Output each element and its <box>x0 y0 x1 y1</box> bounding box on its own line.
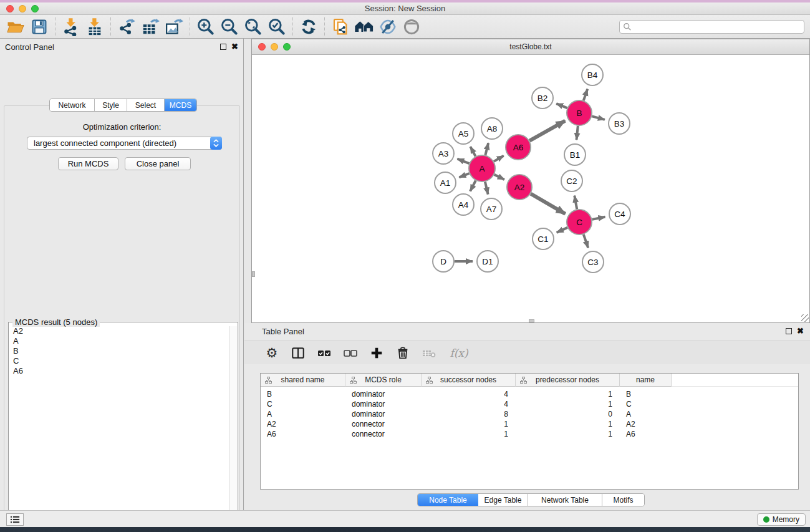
tab-select[interactable]: Select <box>127 99 165 111</box>
refresh-button[interactable] <box>297 17 321 37</box>
save-session-button[interactable] <box>27 17 51 37</box>
mcds-result-item[interactable]: A6 <box>9 366 229 376</box>
graph-node-A3[interactable]: A3 <box>433 143 454 164</box>
graph-node-A6[interactable]: A6 <box>506 135 531 160</box>
delete-table-button[interactable] <box>420 344 438 362</box>
graph-edge-A-A8[interactable] <box>485 143 488 155</box>
table-options-button[interactable]: ⚙ <box>263 344 281 362</box>
graph-node-A[interactable]: A <box>469 155 495 181</box>
search-field[interactable] <box>619 20 804 34</box>
graph-node-A5[interactable]: A5 <box>453 123 474 144</box>
mcds-result-item[interactable]: C <box>9 356 229 366</box>
table-close-panel-icon[interactable]: ✖ <box>797 328 804 334</box>
function-builder-button[interactable]: f(x) <box>446 344 471 362</box>
graph-edge-A-A3[interactable] <box>457 159 469 163</box>
zoom-in-button[interactable] <box>194 17 218 37</box>
table-row[interactable]: Adominator80A <box>261 409 798 419</box>
graph-node-B3[interactable]: B3 <box>609 113 630 134</box>
show-hide-view-button[interactable] <box>400 17 423 37</box>
table-row[interactable]: A2connector11A2 <box>261 419 798 429</box>
graph-node-C3[interactable]: C3 <box>582 251 604 273</box>
graph-edge-A-A4[interactable] <box>470 181 476 191</box>
graph-node-C2[interactable]: C2 <box>561 170 582 191</box>
mcds-result-item[interactable]: B <box>9 346 229 356</box>
graph-edge-B-B4[interactable] <box>584 89 587 100</box>
column-header-name[interactable]: name <box>620 374 672 387</box>
graph-edge-B-B3[interactable] <box>592 116 605 119</box>
float-panel-icon[interactable] <box>220 44 226 50</box>
network-overview-button[interactable] <box>352 17 376 37</box>
close-panel-icon[interactable]: ✖ <box>231 44 238 50</box>
network-window-titlebar[interactable]: testGlobe.txt <box>252 39 809 55</box>
window-resize-grip[interactable] <box>801 314 809 322</box>
column-header-successor-nodes[interactable]: successor nodes <box>422 374 516 387</box>
canvas-scroll-mark-bottom[interactable] <box>529 319 534 322</box>
delete-column-button[interactable] <box>394 344 412 362</box>
column-header-predecessor-nodes[interactable]: predecessor nodes <box>516 374 620 387</box>
graph-edge-A-A7[interactable] <box>485 181 488 194</box>
zoom-fit-button[interactable] <box>241 17 265 37</box>
tab-network-table[interactable]: Network Table <box>528 494 602 506</box>
add-column-button[interactable] <box>368 344 385 362</box>
export-image-button[interactable] <box>162 17 186 37</box>
graph-edge-A-A1[interactable] <box>459 173 469 177</box>
graph-edge-B-B2[interactable] <box>556 104 567 108</box>
graph-node-A8[interactable]: A8 <box>481 118 503 139</box>
table-row[interactable]: A6connector11A6 <box>261 429 798 439</box>
column-header-shared-name[interactable]: shared name <box>261 374 345 387</box>
graph-node-D1[interactable]: D1 <box>477 251 498 272</box>
graph-edge-A6-B[interactable] <box>529 121 565 141</box>
graph-edge-C-C4[interactable] <box>592 217 605 220</box>
graph-edge-A2-C[interactable] <box>531 194 565 214</box>
column-header-MCDS-role[interactable]: MCDS role <box>345 374 422 387</box>
export-table-button[interactable] <box>138 17 162 37</box>
zoom-selected-button[interactable] <box>265 17 289 37</box>
mcds-result-item[interactable]: A <box>9 336 229 346</box>
tab-motifs[interactable]: Motifs <box>602 494 644 506</box>
table-float-panel-icon[interactable] <box>786 328 792 334</box>
import-table-button[interactable] <box>83 17 107 37</box>
graph-node-B[interactable]: B <box>567 100 592 125</box>
mcds-result-item[interactable]: A2 <box>9 326 229 336</box>
tab-style[interactable]: Style <box>95 99 127 111</box>
graph-node-A7[interactable]: A7 <box>481 198 502 220</box>
criterion-dropdown[interactable]: largest connected component (directed) <box>27 137 222 150</box>
zoom-out-button[interactable] <box>218 17 241 37</box>
tab-edge-table[interactable]: Edge Table <box>478 494 528 506</box>
graph-node-A4[interactable]: A4 <box>453 194 474 215</box>
run-mcds-button[interactable]: Run MCDS <box>58 157 118 170</box>
tab-network[interactable]: Network <box>50 99 95 111</box>
task-history-button[interactable] <box>6 513 24 526</box>
graph-edge-B-B1[interactable] <box>576 126 577 140</box>
graph-edge-C-C1[interactable] <box>557 228 567 233</box>
tab-node-table[interactable]: Node Table <box>418 494 478 506</box>
graph-node-B2[interactable]: B2 <box>532 87 553 109</box>
graph-edge-A-A5[interactable] <box>470 147 475 156</box>
search-input[interactable] <box>632 22 804 31</box>
network-canvas[interactable]: AA2A6BCA1A3A4A5A7A8B1B2B3B4C1C2C3C4DD1 <box>252 55 809 322</box>
graph-node-A2[interactable]: A2 <box>507 175 532 200</box>
graph-edge-A-A2[interactable] <box>494 175 504 180</box>
close-panel-button[interactable]: Close panel <box>125 157 191 170</box>
column-layout-button[interactable] <box>289 344 307 362</box>
table-row[interactable]: Cdominator41C <box>261 399 798 409</box>
graph-node-C[interactable]: C <box>567 210 592 235</box>
open-file-button[interactable] <box>4 17 27 37</box>
graph-node-B4[interactable]: B4 <box>582 64 603 85</box>
graph-node-B1[interactable]: B1 <box>564 144 586 165</box>
table-row[interactable]: Bdominator41B <box>261 389 798 399</box>
graph-edge-C-C2[interactable] <box>574 196 577 210</box>
unselect-all-button[interactable] <box>342 344 359 362</box>
show-hide-style-button[interactable] <box>376 17 400 37</box>
graph-node-C4[interactable]: C4 <box>609 203 630 225</box>
graph-edge-C-C3[interactable] <box>584 235 588 248</box>
select-all-button[interactable] <box>316 344 333 362</box>
graph-edge-A-A6[interactable] <box>494 156 504 162</box>
canvas-scroll-mark-left[interactable] <box>252 271 255 277</box>
import-network-button[interactable] <box>59 17 83 37</box>
mcds-list-scrollbar[interactable] <box>229 326 237 532</box>
clone-network-button[interactable] <box>329 17 352 37</box>
graph-node-D[interactable]: D <box>433 251 454 272</box>
graph-node-A1[interactable]: A1 <box>435 172 456 193</box>
graph-node-C1[interactable]: C1 <box>533 228 554 249</box>
